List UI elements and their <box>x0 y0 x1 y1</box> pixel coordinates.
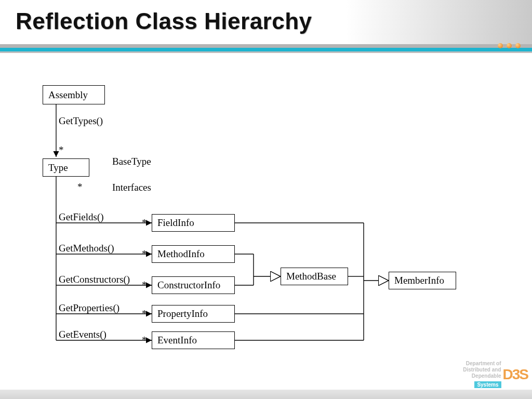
logo-line3: Dependable <box>463 373 501 379</box>
label-getproperties: GetProperties() <box>59 302 119 314</box>
label-gettypes: GetTypes() <box>59 115 103 127</box>
box-memberinfo: MemberInfo <box>389 272 456 289</box>
star-getconstructors: * <box>142 280 147 291</box>
header-rule <box>0 44 532 53</box>
slide-title: Reflection Class Hierarchy <box>16 8 312 34</box>
d3s-logo: Department of Distributed and Dependable… <box>463 361 528 389</box>
label-getconstructors: GetConstructors() <box>59 274 130 285</box>
box-fieldinfo: FieldInfo <box>152 214 235 232</box>
slide-header: Reflection Class Hierarchy <box>0 0 532 49</box>
diagram-canvas: Assembly Type FieldInfo MethodInfo Const… <box>0 53 532 385</box>
box-propertyinfo: PropertyInfo <box>152 305 235 323</box>
box-methodbase: MethodBase <box>281 268 348 285</box>
label-getmethods: GetMethods() <box>59 243 114 254</box>
star-interfaces: * <box>77 181 83 193</box>
box-eventinfo: EventInfo <box>152 331 235 349</box>
logo-line1: Department of <box>463 361 501 367</box>
label-getevents: GetEvents() <box>59 329 107 340</box>
star-getmethods: * <box>142 248 147 260</box>
star-getfields: * <box>142 217 147 229</box>
footer-strip <box>0 390 532 399</box>
box-assembly: Assembly <box>43 85 105 104</box>
box-type: Type <box>43 158 89 177</box>
beads-ornament <box>498 43 521 48</box>
label-interfaces: Interfaces <box>112 182 151 193</box>
logo-line2: Distributed and <box>463 367 501 373</box>
logo-systems: Systems <box>474 381 501 388</box>
star-getproperties: * <box>142 308 147 320</box>
box-constructorinfo: ConstructorInfo <box>152 276 235 294</box>
box-methodinfo: MethodInfo <box>152 245 235 263</box>
star-getevents: * <box>142 335 147 346</box>
logo-mark: D3S <box>503 369 528 380</box>
label-getfields: GetFields() <box>59 211 104 223</box>
star-gettypes: * <box>59 144 64 156</box>
label-basetype: BaseType <box>112 156 151 167</box>
